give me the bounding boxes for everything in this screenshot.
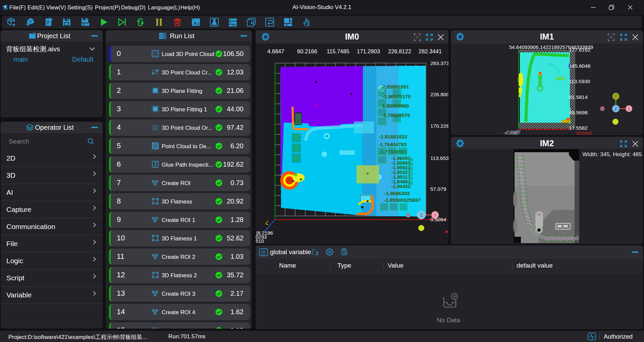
svg-text:Z: Z	[420, 213, 423, 218]
svg-text:-1.96920170: -1.96920170	[382, 94, 411, 99]
svg-text:Width: 345, Height: 485: Width: 345, Height: 485	[582, 151, 642, 158]
svg-text:X: X	[628, 107, 630, 111]
svg-text:0.5064: 0.5064	[430, 217, 446, 222]
svg-text:A: A	[194, 21, 197, 26]
svg-text:113.653: 113.653	[430, 155, 448, 161]
svg-text:226.8122: 226.8122	[388, 48, 411, 54]
svg-text:177.6162: 177.6162	[569, 47, 591, 53]
svg-text:60.2166: 60.2166	[297, 48, 317, 54]
svg-text:-1.79404793: -1.79404793	[378, 141, 407, 147]
svg-text:X(mm): X(mm)	[576, 130, 592, 135]
svg-text:510: 510	[256, 238, 264, 244]
svg-text:115.7485: 115.7485	[327, 48, 350, 54]
svg-text:145.6046: 145.6046	[569, 63, 591, 69]
svg-text:226.800: 226.800	[430, 92, 448, 97]
svg-text:81.5814: 81.5814	[569, 94, 588, 100]
svg-text:283.373: 283.373	[430, 60, 448, 66]
svg-text:-2.05891051: -2.05891051	[381, 84, 409, 90]
svg-text:-1.79829576: -1.79829576	[382, 112, 410, 118]
svg-text:-1.85500025697: -1.85500025697	[384, 197, 421, 203]
svg-text:57.079: 57.079	[430, 186, 446, 192]
svg-text:➤: ➤	[444, 229, 448, 234]
svg-text:Z: Z	[614, 107, 617, 111]
svg-text:171.2803: 171.2803	[357, 48, 380, 54]
svg-text:170.226: 170.226	[430, 123, 448, 129]
svg-text:4.6847: 4.6847	[267, 48, 284, 54]
svg-text:A: A	[316, 250, 319, 254]
svg-text:-1.8686302: -1.8686302	[384, 190, 410, 196]
svg-text:-1.88869980: -1.88869980	[381, 103, 409, 109]
svg-text:282.3441: 282.3441	[419, 48, 442, 54]
svg-text:-1.81681832: -1.81681832	[379, 134, 407, 139]
svg-text:Y: Y	[614, 94, 617, 99]
svg-text:-4.9660: -4.9660	[503, 130, 519, 135]
svg-text:var: var	[261, 250, 266, 253]
svg-text:-1.94452: -1.94452	[391, 184, 411, 189]
svg-text:113.5930: 113.5930	[569, 78, 590, 84]
svg-text:49.5698: 49.5698	[569, 110, 588, 115]
